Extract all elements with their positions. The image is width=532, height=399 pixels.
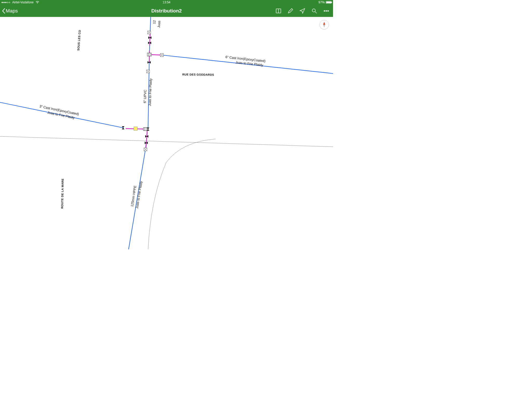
- svg-point-5: [324, 10, 325, 11]
- battery-pct: 97%: [318, 1, 325, 4]
- svg-rect-24: [147, 53, 151, 56]
- location-arrow-icon[interactable]: [299, 8, 305, 14]
- svg-rect-34: [143, 128, 148, 131]
- map-svg: [0, 17, 333, 249]
- svg-point-3: [312, 9, 315, 12]
- page-title: Distribution2: [151, 8, 182, 14]
- map-canvas[interactable]: SOUS LES CO RUE DES GODDARDS ROUTE DE LA…: [0, 17, 333, 249]
- nav-actions: [275, 8, 331, 14]
- book-icon[interactable]: [275, 8, 282, 14]
- chevron-left-icon: [2, 8, 5, 14]
- more-icon[interactable]: [323, 8, 329, 14]
- svg-rect-33: [134, 127, 137, 130]
- svg-line-19: [147, 129, 147, 141]
- svg-line-4: [315, 12, 317, 13]
- signal-dots-icon: [2, 2, 10, 3]
- pipe-spec: 12: [152, 20, 156, 24]
- battery-icon: [326, 1, 331, 4]
- street-label: RUE DES GODDARDS: [182, 73, 214, 76]
- carrier-label: Airtel-Vodafone: [12, 1, 34, 4]
- nav-bar: Maps Distribution2: [0, 5, 333, 17]
- pipe-spec: 6" UPVC: [143, 90, 147, 103]
- clock: 13:54: [163, 1, 170, 4]
- compass-needle-icon: [322, 22, 327, 28]
- svg-line-20: [146, 141, 147, 148]
- status-right: 97%: [318, 1, 331, 4]
- wifi-icon: [36, 1, 39, 4]
- compass-button[interactable]: [320, 20, 329, 29]
- svg-marker-40: [323, 22, 325, 25]
- svg-line-15: [150, 34, 150, 45]
- status-left: Airtel-Vodafone: [2, 1, 39, 4]
- street-label: ROUTE DE LA MARE: [61, 178, 64, 209]
- status-bar: Airtel-Vodafone 13:54 97%: [0, 0, 333, 5]
- svg-line-8: [0, 136, 333, 147]
- svg-point-0: [37, 3, 38, 4]
- svg-point-6: [326, 10, 327, 11]
- back-button[interactable]: Maps: [2, 8, 18, 14]
- pipe-route: Juas: [157, 21, 161, 28]
- search-icon[interactable]: [311, 8, 317, 14]
- pencil-icon[interactable]: [287, 8, 294, 14]
- svg-marker-41: [323, 25, 325, 28]
- svg-point-7: [328, 10, 329, 11]
- back-label: Maps: [6, 8, 18, 14]
